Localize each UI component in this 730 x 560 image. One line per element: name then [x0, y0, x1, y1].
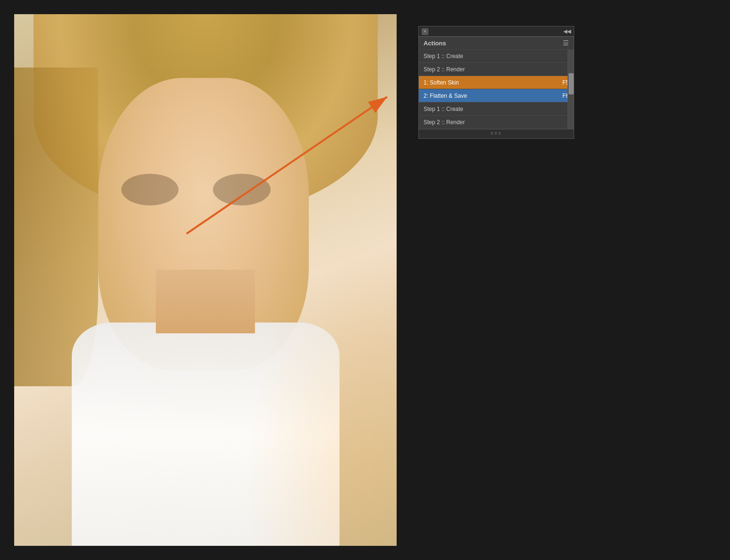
panel-title: Actions [424, 40, 446, 47]
panel-collapse-button[interactable]: ◀◀ [563, 28, 571, 34]
scrollbar-thumb[interactable] [569, 73, 574, 94]
light-overlay [244, 227, 397, 546]
eye-area-left [121, 174, 179, 206]
list-item[interactable]: Step 1 :: Create [419, 102, 574, 116]
eye-area-right [213, 174, 271, 206]
panel-titlebar: × ◀◀ [418, 26, 574, 36]
item-label: Step 1 :: Create [424, 53, 463, 59]
list-item[interactable]: Step 1 :: Create [419, 50, 574, 63]
app-background: × ◀◀ Actions ☰ Step 1 :: Create Step 2 :… [0, 0, 730, 560]
portrait-background [14, 14, 397, 546]
actions-list: Step 1 :: Create Step 2 :: Render 1: Sof… [418, 50, 574, 129]
collapse-icon: ◀◀ [563, 28, 571, 34]
list-item[interactable]: 2: Flatten & Save F6 [419, 89, 574, 102]
item-label: Step 2 :: Render [424, 119, 465, 126]
canvas-area [14, 14, 397, 546]
item-label: 2: Flatten & Save [424, 93, 467, 99]
actions-panel-wrapper: × ◀◀ Actions ☰ Step 1 :: Create Step 2 :… [418, 26, 574, 139]
item-label: Step 1 :: Create [424, 106, 463, 112]
list-item[interactable]: Step 2 :: Render [419, 116, 574, 129]
list-item[interactable]: Step 2 :: Render [419, 63, 574, 76]
panel-footer: ⠿⠿⠿ [418, 129, 574, 139]
item-label: 1: Soften Skin [424, 79, 459, 86]
item-label: Step 2 :: Render [424, 66, 465, 73]
neck [156, 270, 255, 333]
panel-menu-icon[interactable]: ☰ [563, 39, 569, 47]
panel-close-button[interactable]: × [422, 28, 428, 35]
close-icon: × [424, 29, 426, 34]
scrollbar[interactable] [568, 50, 574, 129]
list-item[interactable]: 1: Soften Skin F5 [419, 76, 574, 89]
panel-header: Actions ☰ [418, 36, 574, 50]
footer-grip-icon: ⠿⠿⠿ [491, 132, 502, 136]
